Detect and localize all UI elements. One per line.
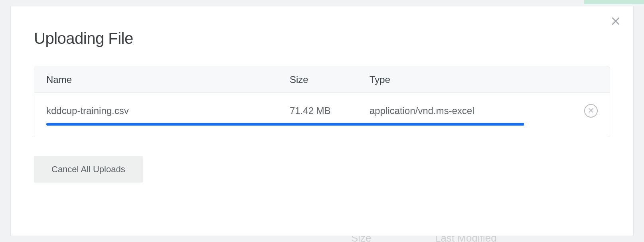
upload-modal: Uploading File Name Size Type kddcup-tra…: [10, 6, 634, 236]
upload-table: Name Size Type kddcup-training.csv 71.42…: [34, 67, 610, 137]
column-header-type: Type: [369, 74, 574, 85]
column-header-size: Size: [290, 74, 369, 85]
cancel-upload-button[interactable]: [584, 104, 598, 118]
modal-title: Uploading File: [34, 30, 610, 47]
column-header-action: [574, 74, 598, 85]
table-row: kddcup-training.csv 71.42 MB application…: [34, 93, 610, 137]
file-type: application/vnd.ms-excel: [369, 105, 574, 116]
file-size: 71.42 MB: [290, 105, 369, 116]
column-header-name: Name: [46, 74, 290, 85]
close-icon: [611, 16, 620, 27]
cancel-icon: [588, 107, 594, 115]
backdrop-accent: [584, 0, 644, 4]
file-name: kddcup-training.csv: [46, 105, 290, 116]
table-header: Name Size Type: [34, 67, 610, 93]
cancel-all-button[interactable]: Cancel All Uploads: [34, 156, 143, 183]
upload-progress-bar: [46, 123, 524, 126]
close-button[interactable]: [609, 15, 622, 28]
